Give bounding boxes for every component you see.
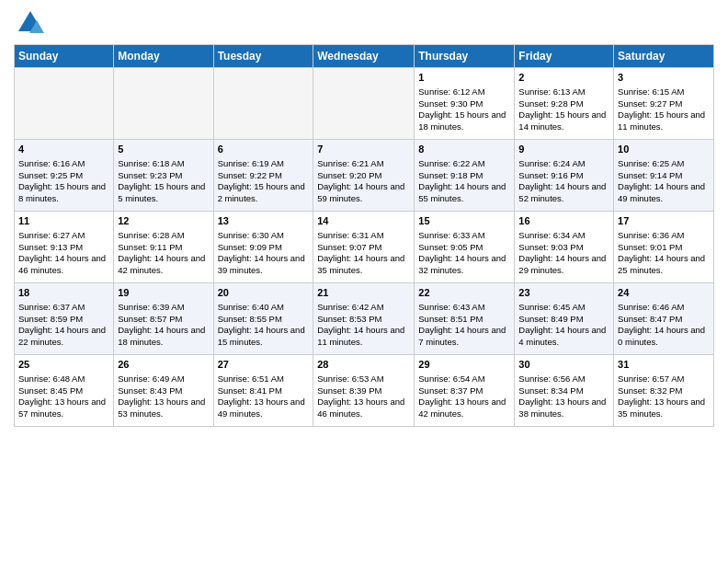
- day-info: Daylight: 15 hours and 11 minutes.: [618, 109, 710, 133]
- calendar-cell: 8Sunrise: 6:22 AMSunset: 9:18 PMDaylight…: [415, 140, 515, 212]
- day-info: Daylight: 15 hours and 14 minutes.: [518, 109, 609, 133]
- day-info: Sunset: 9:13 PM: [18, 242, 109, 254]
- calendar-cell: 13Sunrise: 6:30 AMSunset: 9:09 PMDayligh…: [213, 212, 313, 283]
- day-number: 6: [218, 143, 310, 156]
- calendar-cell: 5Sunrise: 6:18 AMSunset: 9:23 PMDaylight…: [114, 140, 213, 212]
- calendar-cell: 23Sunrise: 6:45 AMSunset: 8:49 PMDayligh…: [515, 283, 614, 355]
- calendar-cell: 12Sunrise: 6:28 AMSunset: 9:11 PMDayligh…: [114, 212, 213, 283]
- day-number: 23: [518, 286, 609, 300]
- calendar-cell: 7Sunrise: 6:21 AMSunset: 9:20 PMDaylight…: [313, 140, 415, 212]
- day-info: Daylight: 14 hours and 18 minutes.: [118, 325, 209, 349]
- day-info: Sunrise: 6:16 AM: [18, 158, 109, 170]
- day-info: Sunrise: 6:46 AM: [618, 302, 710, 314]
- day-number: 12: [118, 214, 209, 228]
- day-info: Sunrise: 6:54 AM: [418, 373, 510, 385]
- calendar: SundayMondayTuesdayWednesdayThursdayFrid…: [14, 44, 714, 427]
- day-info: Daylight: 13 hours and 38 minutes.: [518, 396, 609, 420]
- calendar-cell: [15, 68, 114, 140]
- day-info: Sunset: 9:11 PM: [118, 242, 209, 254]
- day-info: Daylight: 14 hours and 55 minutes.: [418, 181, 510, 205]
- day-info: Daylight: 14 hours and 35 minutes.: [317, 253, 410, 277]
- calendar-cell: 3Sunrise: 6:15 AMSunset: 9:27 PMDaylight…: [614, 68, 714, 140]
- day-info: Sunrise: 6:40 AM: [218, 302, 310, 314]
- day-info: Daylight: 14 hours and 52 minutes.: [518, 181, 609, 205]
- day-info: Sunrise: 6:25 AM: [618, 158, 710, 170]
- day-number: 9: [518, 143, 609, 156]
- weekday-header-sunday: Sunday: [15, 45, 114, 68]
- day-info: Sunset: 8:34 PM: [518, 385, 609, 397]
- day-info: Sunset: 9:03 PM: [518, 242, 609, 254]
- day-info: Daylight: 14 hours and 59 minutes.: [317, 181, 410, 205]
- day-number: 10: [618, 143, 710, 156]
- day-number: 16: [518, 214, 609, 228]
- weekday-header-monday: Monday: [114, 45, 213, 68]
- day-number: 1: [418, 71, 510, 85]
- day-number: 13: [218, 214, 310, 228]
- day-info: Sunset: 9:16 PM: [518, 170, 609, 182]
- day-info: Sunset: 9:18 PM: [418, 170, 510, 182]
- day-info: Daylight: 13 hours and 57 minutes.: [18, 396, 109, 420]
- day-number: 20: [218, 286, 310, 300]
- calendar-cell: 16Sunrise: 6:34 AMSunset: 9:03 PMDayligh…: [515, 212, 614, 283]
- day-number: 28: [317, 358, 410, 372]
- day-info: Sunrise: 6:48 AM: [18, 373, 109, 385]
- day-info: Sunset: 8:37 PM: [418, 385, 510, 397]
- day-info: Sunset: 9:28 PM: [518, 98, 609, 110]
- day-number: 31: [618, 358, 710, 372]
- day-number: 26: [118, 358, 209, 372]
- day-info: Daylight: 15 hours and 5 minutes.: [118, 181, 209, 205]
- day-info: Sunrise: 6:34 AM: [518, 230, 609, 242]
- day-info: Sunset: 8:32 PM: [618, 385, 710, 397]
- day-number: 30: [518, 358, 609, 372]
- calendar-cell: 6Sunrise: 6:19 AMSunset: 9:22 PMDaylight…: [213, 140, 313, 212]
- day-info: Sunrise: 6:43 AM: [418, 302, 510, 314]
- day-info: Sunset: 8:49 PM: [518, 314, 609, 326]
- calendar-cell: 11Sunrise: 6:27 AMSunset: 9:13 PMDayligh…: [15, 212, 114, 283]
- day-info: Sunrise: 6:31 AM: [317, 230, 410, 242]
- day-info: Sunrise: 6:27 AM: [18, 230, 109, 242]
- day-info: Daylight: 14 hours and 11 minutes.: [317, 325, 410, 349]
- day-number: 11: [18, 214, 109, 228]
- weekday-header-wednesday: Wednesday: [313, 45, 415, 68]
- page: SundayMondayTuesdayWednesdayThursdayFrid…: [0, 0, 728, 563]
- day-number: 8: [418, 143, 510, 156]
- day-info: Daylight: 15 hours and 18 minutes.: [418, 109, 510, 133]
- day-info: Sunrise: 6:19 AM: [218, 158, 310, 170]
- day-info: Sunset: 8:51 PM: [418, 314, 510, 326]
- day-info: Daylight: 13 hours and 42 minutes.: [418, 396, 510, 420]
- calendar-cell: 19Sunrise: 6:39 AMSunset: 8:57 PMDayligh…: [114, 283, 213, 355]
- day-info: Sunset: 8:57 PM: [118, 314, 209, 326]
- day-info: Daylight: 14 hours and 29 minutes.: [518, 253, 609, 277]
- day-info: Daylight: 14 hours and 25 minutes.: [618, 253, 710, 277]
- logo: [14, 9, 44, 37]
- day-info: Sunrise: 6:53 AM: [317, 373, 410, 385]
- calendar-cell: 18Sunrise: 6:37 AMSunset: 8:59 PMDayligh…: [15, 283, 114, 355]
- weekday-header-thursday: Thursday: [415, 45, 515, 68]
- day-number: 18: [18, 286, 109, 300]
- day-info: Daylight: 14 hours and 4 minutes.: [518, 325, 609, 349]
- day-info: Sunrise: 6:51 AM: [218, 373, 310, 385]
- calendar-cell: 29Sunrise: 6:54 AMSunset: 8:37 PMDayligh…: [415, 355, 515, 427]
- calendar-cell: 31Sunrise: 6:57 AMSunset: 8:32 PMDayligh…: [614, 355, 714, 427]
- day-info: Daylight: 13 hours and 46 minutes.: [317, 396, 410, 420]
- day-info: Daylight: 13 hours and 49 minutes.: [218, 396, 310, 420]
- day-number: 14: [317, 214, 410, 228]
- day-info: Sunrise: 6:49 AM: [118, 373, 209, 385]
- day-info: Sunrise: 6:15 AM: [618, 86, 710, 98]
- weekday-header-tuesday: Tuesday: [213, 45, 313, 68]
- day-info: Sunrise: 6:37 AM: [18, 302, 109, 314]
- calendar-cell: 17Sunrise: 6:36 AMSunset: 9:01 PMDayligh…: [614, 212, 714, 283]
- day-info: Sunset: 8:41 PM: [218, 385, 310, 397]
- day-info: Daylight: 14 hours and 32 minutes.: [418, 253, 510, 277]
- day-number: 29: [418, 358, 510, 372]
- day-info: Daylight: 14 hours and 42 minutes.: [118, 253, 209, 277]
- calendar-cell: 14Sunrise: 6:31 AMSunset: 9:07 PMDayligh…: [313, 212, 415, 283]
- calendar-cell: 30Sunrise: 6:56 AMSunset: 8:34 PMDayligh…: [515, 355, 614, 427]
- day-info: Sunset: 9:20 PM: [317, 170, 410, 182]
- day-info: Daylight: 13 hours and 53 minutes.: [118, 396, 209, 420]
- day-info: Sunrise: 6:28 AM: [118, 230, 209, 242]
- day-info: Daylight: 14 hours and 0 minutes.: [618, 325, 710, 349]
- day-number: 19: [118, 286, 209, 300]
- day-info: Daylight: 14 hours and 49 minutes.: [618, 181, 710, 205]
- calendar-cell: 20Sunrise: 6:40 AMSunset: 8:55 PMDayligh…: [213, 283, 313, 355]
